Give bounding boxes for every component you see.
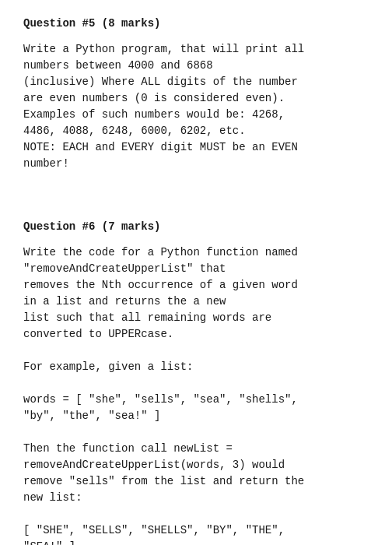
question-6-body: Write the code for a Python function nam… bbox=[23, 244, 369, 545]
question-6-title: Question #6 (7 marks) bbox=[23, 219, 369, 235]
question-5-title: Question #5 (8 marks) bbox=[23, 16, 369, 32]
question-5-block: Question #5 (8 marks) Write a Python pro… bbox=[23, 16, 369, 172]
question-6-block: Question #6 (7 marks) Write the code for… bbox=[23, 219, 369, 545]
spacer-between-questions bbox=[23, 195, 369, 219]
question-5-body: Write a Python program, that will print … bbox=[23, 41, 369, 172]
page-content: Question #5 (8 marks) Write a Python pro… bbox=[23, 16, 369, 545]
